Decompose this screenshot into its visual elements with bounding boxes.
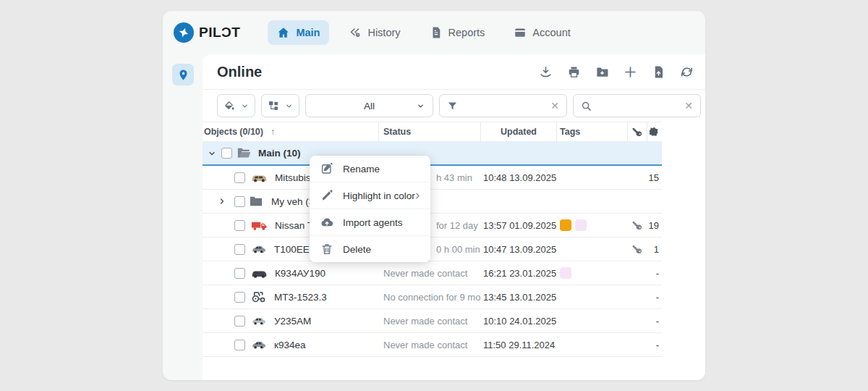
tag-pink — [560, 267, 571, 279]
menu-item-delete[interactable]: Delete — [310, 235, 430, 262]
updated-text: 11:50 29.11.2024 — [483, 340, 555, 350]
object-label: У235АМ — [274, 316, 311, 327]
tags-cell — [557, 261, 628, 285]
table-row[interactable]: Nissan Tfor 12 day13:57 01.09.202519 — [203, 214, 662, 237]
objects-cell: к934еа — [203, 333, 379, 356]
key-cell — [628, 142, 647, 164]
menu-item-rename[interactable]: Rename — [310, 156, 430, 182]
highlighter-icon — [320, 189, 333, 202]
column-header-count[interactable] — [647, 122, 662, 141]
count-cell: 19 — [647, 214, 662, 237]
truck-red-icon — [251, 220, 268, 231]
key-cell — [628, 237, 647, 261]
menu-item-label: Highlight in color — [343, 190, 415, 201]
brand: PILƆT — [174, 22, 240, 43]
column-header-status[interactable]: Status — [379, 122, 481, 141]
count-text: - — [656, 292, 659, 303]
refresh-button[interactable] — [680, 65, 694, 79]
updated-text: 16:21 23.01.2025 — [483, 268, 556, 279]
tab-account[interactable]: Account — [504, 20, 579, 45]
updated-cell: 10:10 24.01.2025 — [481, 309, 557, 332]
count-text: - — [656, 340, 659, 350]
table-row[interactable]: T100EE0 h 00 min10:47 13.09.20251 — [203, 237, 662, 261]
row-checkbox[interactable] — [234, 292, 245, 303]
tag-orange — [560, 219, 571, 231]
menu-item-label: Import agents — [343, 217, 403, 228]
objects-cell: К934АУ190 — [203, 261, 379, 285]
table-row[interactable]: Main (10) — [203, 142, 662, 166]
count-text: 19 — [649, 220, 659, 231]
status-text: Never made contact — [383, 340, 467, 350]
row-checkbox[interactable] — [221, 148, 232, 159]
key-cell — [628, 214, 647, 237]
search-input[interactable] — [592, 101, 684, 112]
download-button[interactable] — [539, 65, 553, 79]
clear-filter-icon[interactable]: ✕ — [550, 101, 566, 111]
column-header-objects[interactable]: Objects (0/10)↑ — [203, 122, 379, 141]
object-label: My veh (3 — [271, 196, 314, 207]
column-header-updated[interactable]: Updated — [481, 122, 557, 141]
tags-cell — [557, 142, 628, 164]
location-pin-button[interactable] — [172, 64, 194, 85]
menu-item-label: Delete — [343, 244, 371, 255]
print-button[interactable] — [567, 65, 581, 79]
type-select-value: All — [364, 101, 375, 112]
table-row[interactable]: Mitsubish 43 min10:48 13.09.202515 — [203, 166, 662, 190]
cloud-upload-icon — [320, 216, 333, 229]
row-checkbox[interactable] — [234, 268, 245, 279]
row-checkbox[interactable] — [234, 244, 245, 255]
key-icon — [632, 220, 643, 231]
status-cell: No connection for 9 mont — [379, 285, 481, 308]
tab-main[interactable]: Main — [268, 20, 329, 45]
folder-closed-icon — [250, 196, 263, 206]
table-row[interactable]: У235АМNever made contact10:10 24.01.2025… — [203, 309, 662, 333]
collapse-chevron-icon[interactable] — [208, 149, 216, 158]
updated-text: 10:48 13.09.2025 — [483, 172, 556, 183]
search-field: ✕ — [573, 94, 701, 117]
grouping-dropdown[interactable] — [261, 94, 299, 117]
row-checkbox[interactable] — [234, 172, 245, 183]
tab-history[interactable]: History — [339, 20, 409, 45]
row-checkbox[interactable] — [234, 316, 245, 327]
suv-tan-icon — [251, 172, 268, 183]
table-row[interactable]: К934АУ190Never made contact16:21 23.01.2… — [203, 261, 662, 285]
add-button[interactable] — [624, 65, 637, 79]
menu-item-import-agents[interactable]: Import agents — [310, 209, 430, 235]
color-filter-dropdown[interactable] — [217, 94, 255, 117]
table-row[interactable]: МТ3-1523.3No connection for 9 mont13:45 … — [203, 285, 662, 309]
expand-chevron-icon[interactable] — [218, 197, 226, 206]
updated-cell: 11:50 29.11.2024 — [481, 333, 557, 356]
table-row[interactable]: к934еаNever made contact11:50 29.11.2024… — [203, 333, 662, 357]
count-text: - — [656, 268, 659, 279]
clear-search-icon[interactable]: ✕ — [684, 101, 700, 111]
row-checkbox[interactable] — [234, 196, 245, 207]
column-header-key[interactable] — [628, 122, 647, 141]
location-pin-icon — [177, 69, 190, 81]
type-select[interactable]: All — [305, 94, 433, 117]
rename-icon — [320, 162, 333, 175]
car-gray-icon — [251, 244, 267, 255]
car-gray-icon — [251, 340, 267, 350]
chevron-down-icon — [285, 102, 293, 110]
add-folder-button[interactable] — [595, 65, 609, 79]
import-file-button[interactable] — [652, 65, 665, 79]
column-header-tags[interactable]: Tags — [557, 122, 628, 141]
key-icon — [632, 127, 643, 138]
reports-icon — [430, 26, 443, 39]
search-icon — [581, 101, 592, 112]
object-label: К934АУ190 — [275, 268, 326, 279]
object-label: T100EE — [274, 244, 310, 255]
tab-label: Main — [296, 27, 320, 38]
folder-open-icon — [237, 148, 251, 159]
menu-item-highlight-in-color[interactable]: Highlight in color — [310, 182, 430, 209]
key-cell — [628, 333, 647, 356]
tag-filter-input[interactable] — [458, 101, 550, 112]
submenu-chevron-icon — [413, 191, 422, 201]
row-checkbox[interactable] — [234, 220, 245, 231]
row-checkbox[interactable] — [234, 340, 245, 350]
tab-reports[interactable]: Reports — [420, 20, 495, 45]
status-text: No connection for 9 mont — [383, 292, 481, 303]
context-menu: RenameHighlight in colorImport agentsDel… — [310, 156, 430, 262]
tags-cell — [557, 237, 628, 261]
table-row[interactable]: My veh (3 — [203, 190, 662, 214]
